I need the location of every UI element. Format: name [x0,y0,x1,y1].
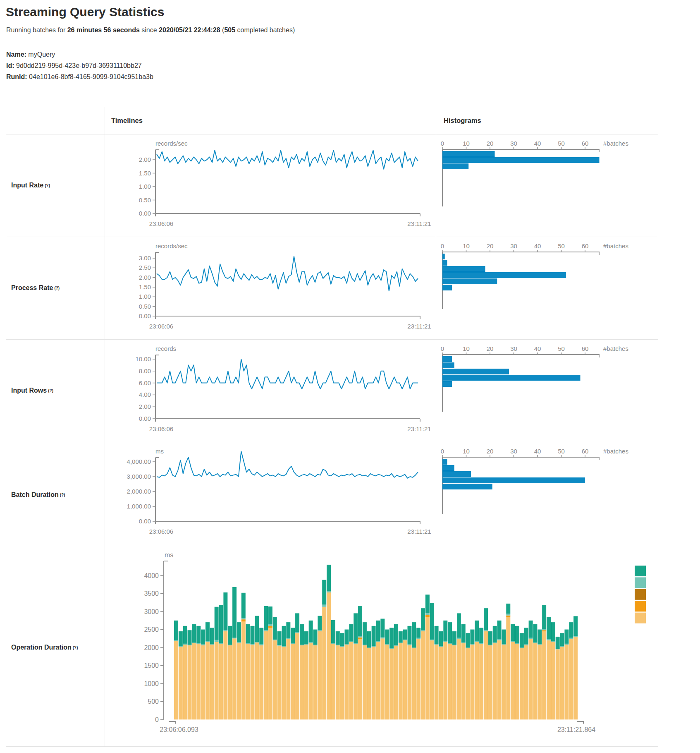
svg-text:23:11:21.864: 23:11:21.864 [557,726,595,733]
svg-text:1,000.00: 1,000.00 [127,503,151,510]
svg-text:23:11:21: 23:11:21 [407,528,431,535]
query-name-value: myQuery [28,51,55,58]
svg-text:0: 0 [441,345,444,352]
process-rate-histogram-chart: 0102030405060#batches [436,237,659,339]
svg-text:60: 60 [582,345,589,352]
svg-text:50: 50 [558,242,565,249]
input-rate-timeline-chart: records/sec2.001.501.000.500.0023:06:062… [105,134,436,237]
svg-text:20: 20 [487,345,494,352]
svg-text:records/sec: records/sec [155,140,188,147]
batch-duration-help-icon[interactable]: (?) [60,493,65,497]
subtitle-paren-open: ( [220,26,225,34]
svg-text:500: 500 [148,698,159,705]
query-id-line: Id: 9d0dd219-995d-423e-b97d-36931110bb27 [6,60,153,71]
svg-text:#batches: #batches [603,140,628,147]
svg-text:50: 50 [558,140,565,147]
operation-duration-stacked-chart: ms4000350030002500200015001000500023:06:… [105,548,659,747]
query-name-line: Name: myQuery [6,49,153,60]
svg-text:0.50: 0.50 [139,303,151,310]
query-runid-line: RunId: 04e101e6-8bf8-4165-9099-9104c951b… [6,71,153,82]
page-title: Streaming Query Statistics [6,5,164,19]
svg-text:20: 20 [487,242,494,249]
svg-text:2000: 2000 [144,644,159,651]
svg-text:ms: ms [165,552,173,559]
id-label: Id: [6,62,14,69]
svg-text:records/sec: records/sec [155,242,188,249]
svg-text:2500: 2500 [144,626,159,633]
svg-text:8.00: 8.00 [139,367,151,374]
svg-text:#batches: #batches [603,448,628,455]
completed-batches-count: 505 [224,26,235,34]
svg-text:2.50: 2.50 [139,264,151,271]
legend-swatch-1 [635,577,646,588]
svg-text:1.00: 1.00 [139,183,151,190]
svg-text:10: 10 [463,242,470,249]
batch-duration-histogram-chart: 0102030405060#batches [436,442,659,548]
svg-text:records: records [155,345,176,352]
subtitle-prefix: Running batches for [6,26,67,34]
svg-text:10: 10 [463,345,470,352]
svg-text:40: 40 [534,345,541,352]
row-label-input-rate: Input Rate(?) [6,134,105,237]
query-id-value: 9d0dd219-995d-423e-b97d-36931110bb27 [16,62,142,69]
svg-text:6.00: 6.00 [139,379,151,386]
svg-text:4000: 4000 [144,572,159,579]
svg-text:1.50: 1.50 [139,283,151,290]
input-rate-histogram-chart: 0102030405060#batches [436,134,659,237]
batch-duration-timeline-chart: ms4,000.003,000.002,000.001,000.000.0023… [105,442,436,548]
metric-name: Input Rate [11,182,43,189]
svg-text:60: 60 [582,242,589,249]
svg-text:40: 40 [534,140,541,147]
svg-text:23:06:06.093: 23:06:06.093 [160,726,198,733]
svg-text:2.00: 2.00 [139,403,151,410]
query-runid-value: 04e101e6-8bf8-4165-9099-9104c951ba3b [29,73,153,80]
legend-swatch-4 [635,613,646,624]
svg-text:60: 60 [582,140,589,147]
metric-name: Process Rate [11,284,53,292]
process-rate-timeline-chart: records/sec3.002.502.001.501.000.500.002… [105,237,436,339]
svg-text:23:06:06: 23:06:06 [149,220,173,227]
input-rows-histogram-chart: 0102030405060#batches [436,339,659,442]
metric-name: Operation Duration [11,644,72,651]
svg-text:30: 30 [510,448,517,455]
svg-text:1500: 1500 [144,662,159,669]
running-batches-summary: Running batches for 26 minutes 56 second… [6,26,295,34]
svg-text:2,000.00: 2,000.00 [127,488,151,495]
subtitle-paren-close: completed batches) [235,26,295,34]
timelines-column-header: Timelines [111,107,143,134]
svg-text:50: 50 [558,448,565,455]
svg-text:40: 40 [534,242,541,249]
legend-swatch-3 [635,601,646,612]
svg-text:60: 60 [582,448,589,455]
svg-text:3500: 3500 [144,590,159,597]
metric-name: Input Rows [11,387,47,394]
svg-text:20: 20 [487,140,494,147]
legend-swatch-2 [635,589,646,600]
svg-text:4,000.00: 4,000.00 [127,458,151,465]
svg-text:ms: ms [155,448,164,455]
svg-text:30: 30 [510,345,517,352]
row-label-operation-duration: Operation Duration(?) [6,548,105,747]
svg-text:1.50: 1.50 [139,170,151,177]
svg-text:3,000.00: 3,000.00 [127,473,151,480]
svg-text:0: 0 [441,140,444,147]
operation-duration-help-icon[interactable]: (?) [73,645,78,650]
process-rate-help-icon[interactable]: (?) [54,286,60,290]
svg-text:#batches: #batches [603,345,628,352]
svg-text:3.00: 3.00 [139,254,151,261]
input-rate-help-icon[interactable]: (?) [45,183,50,188]
svg-text:0.00: 0.00 [139,415,151,422]
start-timestamp: 2020/05/21 22:44:28 [159,26,220,34]
statistics-table: TimelinesHistogramsInput Rate(?)Process … [6,107,658,747]
input-rows-help-icon[interactable]: (?) [48,388,53,393]
svg-text:2.00: 2.00 [139,274,151,281]
svg-text:0: 0 [441,448,444,455]
metric-name: Batch Duration [11,491,59,499]
svg-text:23:06:06: 23:06:06 [149,528,173,535]
svg-text:3000: 3000 [144,608,159,615]
svg-text:10.00: 10.00 [135,355,151,362]
svg-text:4.00: 4.00 [139,391,151,398]
streaming-query-statistics-page: { "page": { "title": "Streaming Query St… [0,0,700,753]
svg-text:23:11:21: 23:11:21 [407,323,431,330]
running-duration: 26 minutes 56 seconds [67,26,140,34]
